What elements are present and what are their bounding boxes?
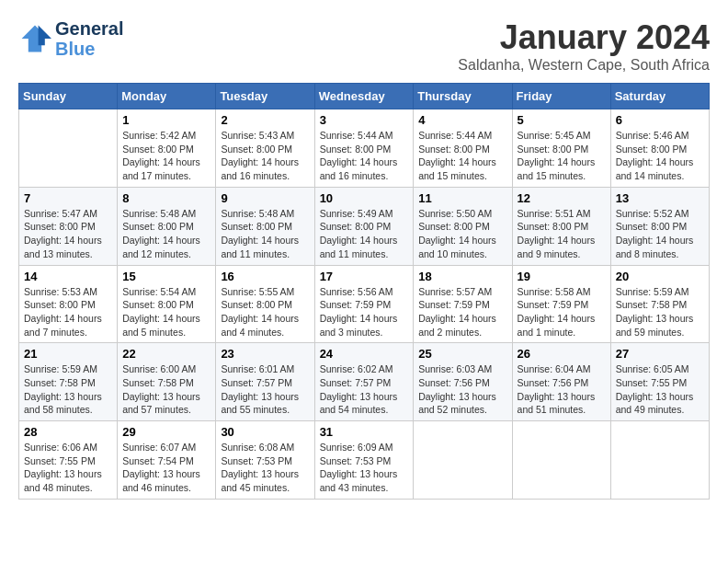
calendar-cell: 9Sunrise: 5:48 AMSunset: 8:00 PMDaylight…	[216, 187, 314, 265]
logo-text-general: General	[55, 18, 123, 39]
day-number: 14	[24, 270, 112, 283]
month-title: January 2024	[458, 18, 710, 57]
day-number: 26	[518, 347, 606, 361]
logo-text-blue: Blue	[55, 39, 123, 59]
calendar-cell: 8Sunrise: 5:48 AMSunset: 8:00 PMDaylight…	[118, 187, 216, 265]
day-number: 31	[320, 425, 409, 439]
day-info: Sunrise: 5:48 AMSunset: 8:00 PMDaylight:…	[122, 207, 210, 261]
logo: General Blue	[18, 18, 123, 59]
weekday-header-monday: Monday	[118, 84, 216, 109]
calendar-cell: 26Sunrise: 6:04 AMSunset: 7:56 PMDayligh…	[512, 343, 610, 421]
calendar-cell: 2Sunrise: 5:43 AMSunset: 8:00 PMDaylight…	[216, 109, 314, 188]
calendar-cell: 12Sunrise: 5:51 AMSunset: 8:00 PMDayligh…	[512, 187, 610, 265]
day-number: 25	[418, 347, 506, 361]
calendar-cell: 16Sunrise: 5:55 AMSunset: 8:00 PMDayligh…	[216, 265, 314, 343]
logo-icon	[18, 22, 51, 55]
calendar-cell: 27Sunrise: 6:05 AMSunset: 7:55 PMDayligh…	[610, 343, 709, 421]
day-number: 4	[418, 113, 506, 127]
day-info: Sunrise: 5:51 AMSunset: 8:00 PMDaylight:…	[518, 207, 606, 261]
calendar-week-3: 14Sunrise: 5:53 AMSunset: 8:00 PMDayligh…	[19, 265, 710, 343]
day-number: 21	[24, 347, 112, 361]
calendar-cell: 18Sunrise: 5:57 AMSunset: 7:59 PMDayligh…	[414, 265, 512, 343]
day-info: Sunrise: 5:52 AMSunset: 8:00 PMDaylight:…	[616, 207, 704, 261]
day-number: 29	[122, 425, 210, 439]
calendar-week-4: 21Sunrise: 5:59 AMSunset: 7:58 PMDayligh…	[19, 343, 710, 421]
day-info: Sunrise: 5:57 AMSunset: 7:59 PMDaylight:…	[418, 285, 506, 339]
calendar-cell: 17Sunrise: 5:56 AMSunset: 7:59 PMDayligh…	[314, 265, 414, 343]
day-number: 7	[24, 191, 112, 205]
day-number: 2	[221, 113, 309, 127]
day-number: 10	[320, 191, 409, 205]
day-info: Sunrise: 6:06 AMSunset: 7:55 PMDaylight:…	[24, 441, 112, 495]
day-info: Sunrise: 5:47 AMSunset: 8:00 PMDaylight:…	[24, 207, 112, 261]
day-info: Sunrise: 5:53 AMSunset: 8:00 PMDaylight:…	[24, 285, 112, 339]
day-number: 11	[418, 191, 506, 205]
day-info: Sunrise: 5:44 AMSunset: 8:00 PMDaylight:…	[320, 129, 409, 183]
calendar-cell: 11Sunrise: 5:50 AMSunset: 8:00 PMDayligh…	[414, 187, 512, 265]
day-number: 27	[616, 347, 704, 361]
day-info: Sunrise: 6:03 AMSunset: 7:56 PMDaylight:…	[418, 362, 506, 417]
day-number: 17	[320, 270, 409, 283]
weekday-header-row: SundayMondayTuesdayWednesdayThursdayFrid…	[19, 84, 710, 109]
calendar-cell: 3Sunrise: 5:44 AMSunset: 8:00 PMDaylight…	[314, 109, 414, 188]
day-info: Sunrise: 5:55 AMSunset: 8:00 PMDaylight:…	[221, 285, 309, 339]
calendar-week-1: 1Sunrise: 5:42 AMSunset: 8:00 PMDaylight…	[19, 109, 710, 188]
day-info: Sunrise: 6:05 AMSunset: 7:55 PMDaylight:…	[616, 362, 704, 417]
day-info: Sunrise: 5:59 AMSunset: 7:58 PMDaylight:…	[616, 285, 704, 339]
calendar-cell: 13Sunrise: 5:52 AMSunset: 8:00 PMDayligh…	[610, 187, 709, 265]
calendar-cell	[19, 109, 118, 188]
day-info: Sunrise: 6:07 AMSunset: 7:54 PMDaylight:…	[122, 441, 210, 495]
weekday-header-wednesday: Wednesday	[314, 84, 414, 109]
calendar-cell: 7Sunrise: 5:47 AMSunset: 8:00 PMDaylight…	[19, 187, 118, 265]
day-info: Sunrise: 5:54 AMSunset: 8:00 PMDaylight:…	[122, 285, 210, 339]
calendar-cell	[512, 421, 610, 500]
day-number: 22	[122, 347, 210, 361]
calendar-cell: 4Sunrise: 5:44 AMSunset: 8:00 PMDaylight…	[414, 109, 512, 188]
calendar-cell: 25Sunrise: 6:03 AMSunset: 7:56 PMDayligh…	[414, 343, 512, 421]
day-number: 24	[320, 347, 409, 361]
day-info: Sunrise: 5:49 AMSunset: 8:00 PMDaylight:…	[320, 207, 409, 261]
calendar-cell: 23Sunrise: 6:01 AMSunset: 7:57 PMDayligh…	[216, 343, 314, 421]
calendar-cell: 28Sunrise: 6:06 AMSunset: 7:55 PMDayligh…	[19, 421, 118, 500]
day-number: 13	[616, 191, 704, 205]
calendar-cell: 21Sunrise: 5:59 AMSunset: 7:58 PMDayligh…	[19, 343, 118, 421]
weekday-header-friday: Friday	[512, 84, 610, 109]
location: Saldanha, Western Cape, South Africa	[458, 57, 710, 74]
day-info: Sunrise: 6:08 AMSunset: 7:53 PMDaylight:…	[221, 441, 309, 495]
calendar-cell: 31Sunrise: 6:09 AMSunset: 7:53 PMDayligh…	[314, 421, 414, 500]
day-info: Sunrise: 5:58 AMSunset: 7:59 PMDaylight:…	[518, 285, 606, 339]
day-number: 3	[320, 113, 409, 127]
day-number: 12	[518, 191, 606, 205]
day-number: 9	[221, 191, 309, 205]
calendar-cell: 29Sunrise: 6:07 AMSunset: 7:54 PMDayligh…	[118, 421, 216, 500]
day-info: Sunrise: 5:42 AMSunset: 8:00 PMDaylight:…	[122, 129, 210, 183]
day-info: Sunrise: 5:46 AMSunset: 8:00 PMDaylight:…	[616, 129, 704, 183]
day-number: 19	[518, 270, 606, 283]
page-header: General Blue January 2024 Saldanha, West…	[18, 18, 710, 74]
calendar-cell: 14Sunrise: 5:53 AMSunset: 8:00 PMDayligh…	[19, 265, 118, 343]
day-number: 8	[122, 191, 210, 205]
calendar-table: SundayMondayTuesdayWednesdayThursdayFrid…	[18, 83, 710, 500]
day-number: 5	[518, 113, 606, 127]
day-info: Sunrise: 5:45 AMSunset: 8:00 PMDaylight:…	[518, 129, 606, 183]
day-number: 16	[221, 270, 309, 283]
calendar-cell: 5Sunrise: 5:45 AMSunset: 8:00 PMDaylight…	[512, 109, 610, 188]
calendar-cell: 22Sunrise: 6:00 AMSunset: 7:58 PMDayligh…	[118, 343, 216, 421]
weekday-header-saturday: Saturday	[610, 84, 709, 109]
calendar-cell	[610, 421, 709, 500]
day-number: 6	[616, 113, 704, 127]
day-number: 1	[122, 113, 210, 127]
day-info: Sunrise: 5:43 AMSunset: 8:00 PMDaylight:…	[221, 129, 309, 183]
day-number: 18	[418, 270, 506, 283]
calendar-cell: 15Sunrise: 5:54 AMSunset: 8:00 PMDayligh…	[118, 265, 216, 343]
calendar-week-5: 28Sunrise: 6:06 AMSunset: 7:55 PMDayligh…	[19, 421, 710, 500]
calendar-cell: 10Sunrise: 5:49 AMSunset: 8:00 PMDayligh…	[314, 187, 414, 265]
title-block: January 2024 Saldanha, Western Cape, Sou…	[458, 18, 710, 74]
day-info: Sunrise: 6:04 AMSunset: 7:56 PMDaylight:…	[518, 362, 606, 417]
day-info: Sunrise: 6:01 AMSunset: 7:57 PMDaylight:…	[221, 362, 309, 417]
svg-marker-1	[39, 26, 51, 46]
calendar-cell: 6Sunrise: 5:46 AMSunset: 8:00 PMDaylight…	[610, 109, 709, 188]
day-number: 28	[24, 425, 112, 439]
day-info: Sunrise: 5:56 AMSunset: 7:59 PMDaylight:…	[320, 285, 409, 339]
day-info: Sunrise: 6:02 AMSunset: 7:57 PMDaylight:…	[320, 362, 409, 417]
